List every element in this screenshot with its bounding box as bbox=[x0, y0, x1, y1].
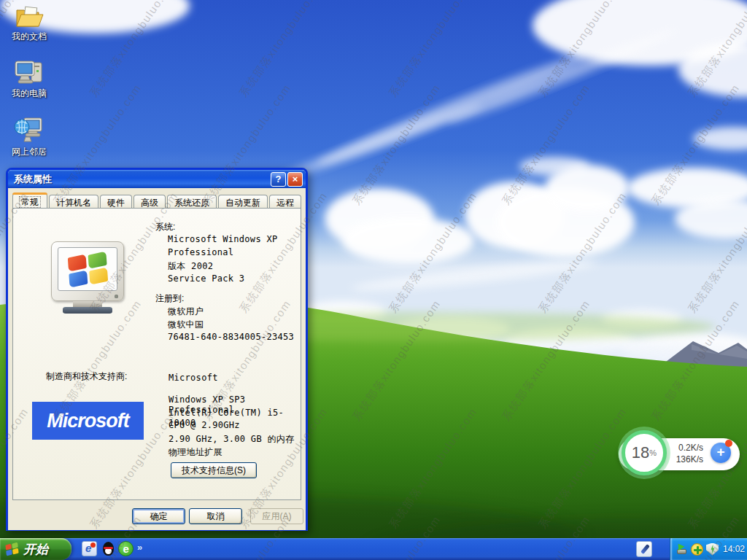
quicklaunch-qq-icon[interactable] bbox=[101, 541, 116, 556]
memory-percent-ball[interactable]: 18 % bbox=[622, 430, 667, 475]
system-tray: 14:02 bbox=[670, 538, 747, 560]
desktop-icon-label: 网上邻居 bbox=[12, 146, 47, 158]
my-computer-icon bbox=[4, 58, 54, 86]
general-tab-panel: 系统: Microsoft Windows XP Professional 版本… bbox=[12, 208, 301, 500]
dialog-titlebar[interactable]: 系统属性 ? × bbox=[8, 170, 306, 188]
close-button[interactable]: × bbox=[287, 172, 303, 187]
windows-flag-icon bbox=[68, 252, 111, 287]
support-info-button[interactable]: 技术支持信息(S) bbox=[171, 462, 257, 478]
registered-line: 微软用户 bbox=[168, 306, 204, 318]
tab-computer-name[interactable]: 计算机名 bbox=[49, 195, 98, 209]
cancel-button[interactable]: 取消 bbox=[189, 508, 242, 524]
dialog-title: 系统属性 bbox=[14, 173, 52, 186]
manufacturer-label: 制造商和技术支持商: bbox=[46, 370, 127, 383]
tab-strip: 常规 计算机名 硬件 高级 系统还原 自动更新 远程 bbox=[12, 193, 303, 209]
desktop-icon-my-computer[interactable]: 我的电脑 bbox=[4, 58, 54, 100]
manufacturer-name: Microsoft bbox=[169, 373, 218, 383]
spec-line: CPU @ 2.90GHz bbox=[169, 420, 240, 430]
desktop-icon-my-documents[interactable]: 我的文档 bbox=[4, 1, 54, 43]
quicklaunch-mail-browser-icon[interactable] bbox=[82, 541, 97, 556]
windows-xp-monitor-icon bbox=[47, 241, 128, 316]
system-properties-dialog: 系统属性 ? × 常规 计算机名 硬件 高级 系统还原 自动更新 远程 bbox=[6, 168, 308, 531]
system-line: Service Pack 3 bbox=[168, 273, 244, 284]
help-button[interactable]: ? bbox=[271, 172, 286, 187]
system-line: Microsoft Windows XP bbox=[168, 234, 278, 244]
spec-line: 物理地址扩展 bbox=[169, 446, 222, 459]
ok-button[interactable]: 确定 bbox=[132, 508, 185, 524]
spec-line: 2.90 GHz, 3.00 GB 的内存 bbox=[169, 433, 294, 446]
microsoft-logo: Microsoft bbox=[32, 402, 144, 440]
desktop-icon-label: 我的电脑 bbox=[12, 88, 47, 100]
tab-automatic-updates[interactable]: 自动更新 bbox=[218, 195, 268, 209]
desktop-icon-network-places[interactable]: 网上邻居 bbox=[4, 117, 54, 158]
tab-advanced[interactable]: 高级 bbox=[133, 195, 166, 209]
registered-line: 微软中国 bbox=[168, 319, 204, 331]
quicklaunch-green-browser-icon[interactable] bbox=[118, 541, 133, 556]
hardware-tray-icon[interactable] bbox=[676, 543, 688, 556]
desktop-icon-label: 我的文档 bbox=[12, 31, 47, 43]
tab-hardware[interactable]: 硬件 bbox=[100, 195, 132, 209]
upload-speed: 0.2K/s bbox=[670, 443, 703, 453]
network-places-icon bbox=[4, 117, 54, 144]
quicklaunch-overflow-chevron[interactable]: » bbox=[137, 542, 142, 553]
security-shield-tray-icon[interactable] bbox=[706, 543, 719, 556]
my-documents-folder-icon bbox=[4, 1, 54, 29]
system-section-label: 系统: bbox=[155, 221, 175, 233]
start-button-label: 开始 bbox=[23, 541, 48, 558]
download-speed: 136K/s bbox=[670, 454, 703, 464]
registered-serial: 76481-640-8834005-23453 bbox=[168, 332, 294, 342]
taskbar-clock[interactable]: 14:02 bbox=[723, 544, 745, 554]
widget-notification-dot bbox=[725, 440, 732, 447]
registered-section-label: 注册到: bbox=[155, 292, 184, 305]
dialog-body: 常规 计算机名 硬件 高级 系统还原 自动更新 远程 系统: bbox=[8, 188, 306, 530]
apply-button: 应用(A) bbox=[250, 508, 303, 524]
windows-start-flag-icon bbox=[5, 542, 20, 556]
taskbar: 开始 » 14:02 bbox=[0, 538, 747, 560]
input-method-icon[interactable] bbox=[636, 541, 652, 557]
tab-system-restore[interactable]: 系统还原 bbox=[167, 195, 217, 209]
system-line: Professional bbox=[168, 247, 233, 257]
system-line: 版本 2002 bbox=[168, 260, 213, 273]
tab-remote[interactable]: 远程 bbox=[269, 195, 301, 209]
speed-float-widget: ↑ 0.2K/s ↓ 136K/s + 18 % bbox=[619, 430, 744, 478]
start-button[interactable]: 开始 bbox=[0, 538, 71, 560]
360-safety-tray-icon[interactable] bbox=[691, 543, 703, 556]
